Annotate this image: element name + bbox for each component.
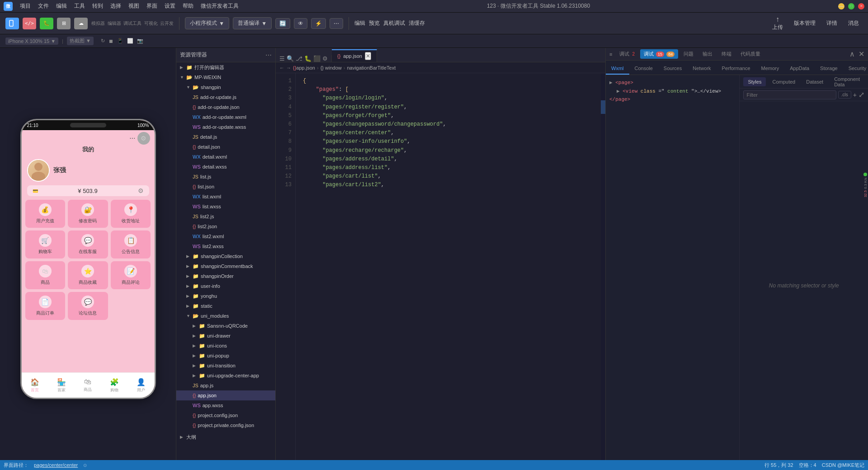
upload-button[interactable]: ↑ 上传 bbox=[769, 14, 787, 33]
tree-uni-modules[interactable]: ▼📂uni_modules bbox=[176, 311, 275, 321]
console-tab-debug[interactable]: 调试 15 84 bbox=[640, 49, 678, 59]
tree-shangpin-collection[interactable]: ▶📁shangpinCollection bbox=[176, 251, 275, 261]
menu-file[interactable]: 文件 bbox=[38, 2, 49, 10]
menu-help[interactable]: 帮助 bbox=[183, 2, 193, 10]
tree-add-update-wxss[interactable]: WSadd-or-update.wxss bbox=[176, 122, 275, 132]
debug-tab-btn[interactable]: 🐛 bbox=[304, 55, 311, 62]
tree-static[interactable]: ▶📁static bbox=[176, 301, 275, 311]
scrollbar-thumb[interactable] bbox=[601, 100, 605, 114]
console-tab-issues[interactable]: 问题 bbox=[680, 49, 697, 59]
mode-select[interactable]: 小程序模式 ▼ bbox=[185, 17, 229, 29]
code-icon-btn[interactable]: </> bbox=[23, 18, 36, 29]
devtab-console[interactable]: Console bbox=[629, 63, 658, 75]
menu-cell-8[interactable]: 📝 商品评论 bbox=[111, 261, 151, 289]
close-button[interactable]: ✕ bbox=[858, 3, 864, 9]
console-tab-output[interactable]: 输出 bbox=[699, 49, 716, 59]
nav-back-icon[interactable]: ← bbox=[279, 65, 284, 70]
maximize-button[interactable]: □ bbox=[848, 3, 854, 9]
menu-cell-0[interactable]: 💰 用户充值 bbox=[25, 200, 66, 228]
tree-detail-wxml[interactable]: WXdetail.wxml bbox=[176, 152, 275, 162]
tree-shangpin[interactable]: ▼ 📂 shangpin bbox=[176, 82, 275, 92]
menu-cell-6[interactable]: 🛍 商品 bbox=[25, 261, 66, 289]
tree-list2-js[interactable]: JSlist2.js bbox=[176, 212, 275, 221]
tree-sansnn[interactable]: ▶📁Sansnn-uQRCode bbox=[176, 321, 275, 331]
filetree-menu-btn[interactable]: ⋯ bbox=[265, 52, 272, 59]
nav-store[interactable]: 🏪 首家 bbox=[48, 373, 75, 398]
menu-project[interactable]: 项目 bbox=[20, 2, 31, 10]
tree-app-json[interactable]: ▶{}app.json bbox=[176, 390, 275, 400]
code-area[interactable]: { "pages": [ "pages/login/login", "pages… bbox=[296, 73, 601, 470]
settings-tab-btn[interactable]: ⚙ bbox=[322, 55, 328, 62]
console-tab-terminal[interactable]: 终端 bbox=[718, 49, 735, 59]
tree-shangpin-order[interactable]: ▶📁shangpinOrder bbox=[176, 271, 275, 281]
nav-cart[interactable]: 🧩 购物 bbox=[101, 373, 128, 398]
extensions-btn[interactable]: ⬛ bbox=[313, 55, 321, 62]
detail-button[interactable]: 详情 bbox=[823, 18, 841, 29]
tree-detail-js[interactable]: JSdetail.js bbox=[176, 132, 275, 142]
version-button[interactable]: 版本管理 bbox=[790, 18, 819, 29]
tree-user-info[interactable]: ▶📁user-info bbox=[176, 281, 275, 291]
devtab-appdata[interactable]: AppData bbox=[784, 63, 815, 75]
tree-outline[interactable]: ▶ 大纲 bbox=[176, 432, 275, 442]
tree-uni-icons[interactable]: ▶📁uni-icons bbox=[176, 341, 275, 351]
devtab-network[interactable]: Network bbox=[687, 63, 716, 75]
tree-detail-wxss[interactable]: WSdetail.wxss bbox=[176, 162, 275, 172]
tree-list-json[interactable]: {}list.json bbox=[176, 182, 275, 192]
more-button[interactable]: ⋯ bbox=[330, 18, 343, 29]
menu-cell-4[interactable]: 💬 在线客服 bbox=[68, 230, 108, 258]
nav-home[interactable]: 🏠 首页 bbox=[22, 373, 48, 398]
cls-filter-btn[interactable]: .cls bbox=[838, 91, 851, 99]
subtab-dataset[interactable]: Dataset bbox=[802, 77, 828, 86]
tree-list-wxss[interactable]: WSlist.wxss bbox=[176, 202, 275, 212]
devtab-storage[interactable]: Storage bbox=[815, 63, 843, 75]
tree-list2-wxss[interactable]: WSlist2.wxss bbox=[176, 241, 275, 251]
subtab-component-data[interactable]: Component Data bbox=[830, 75, 864, 89]
console-collapse-icon[interactable]: ≡ bbox=[609, 52, 612, 57]
menu-select[interactable]: 选择 bbox=[110, 2, 121, 10]
menu-cell-3[interactable]: 🛒 购物车 bbox=[25, 230, 66, 258]
tree-app-js[interactable]: ▶JSapp.js bbox=[176, 381, 275, 390]
menu-ui[interactable]: 界面 bbox=[146, 2, 157, 10]
menu-cell-10[interactable]: 💬 论坛信息 bbox=[68, 292, 108, 320]
capture-select[interactable]: 热截图 ▼ bbox=[67, 37, 94, 45]
menu-cell-1[interactable]: 🔐 修改密码 bbox=[68, 200, 108, 228]
tree-list2-json[interactable]: {}list2.json bbox=[176, 221, 275, 231]
tree-open-editors[interactable]: ▶ 📁 打开的编辑器 bbox=[176, 62, 275, 72]
subtab-styles[interactable]: Styles bbox=[743, 77, 766, 86]
menu-goto[interactable]: 转到 bbox=[92, 2, 103, 10]
refresh-button[interactable]: 🔄 bbox=[275, 18, 290, 29]
html-node-view[interactable]: ▶ <view class =" content ">…</view> bbox=[609, 87, 736, 96]
tree-add-update-js[interactable]: JSadd-or-update.js bbox=[176, 92, 275, 102]
tree-app-wxss[interactable]: ▶WSapp.wxss bbox=[176, 400, 275, 410]
devtab-wxml[interactable]: Wxml bbox=[606, 63, 629, 75]
menu-cell-7[interactable]: ⭐ 商品收藏 bbox=[68, 261, 108, 289]
tree-uni-upgrade[interactable]: ▶📁uni-upgrade-center-app bbox=[176, 371, 275, 381]
menu-cell-9[interactable]: 📄 商品订单 bbox=[25, 292, 66, 320]
html-node-page[interactable]: ▶ <page> bbox=[609, 79, 736, 87]
menu-cell-2[interactable]: 📍 收货地址 bbox=[111, 200, 151, 228]
simulator-icon-btn[interactable] bbox=[5, 18, 19, 29]
tree-project-private[interactable]: ▶{}project.private.config.json bbox=[176, 420, 275, 430]
devtab-memory[interactable]: Memory bbox=[756, 63, 785, 75]
nav-user[interactable]: 👤 用户 bbox=[128, 373, 155, 398]
debug-icon-btn[interactable]: 🐛 bbox=[40, 18, 53, 29]
scm-btn[interactable]: ⎇ bbox=[296, 55, 302, 62]
compile-run-button[interactable]: ⚡ bbox=[311, 18, 326, 29]
subtab-computed[interactable]: Computed bbox=[768, 77, 800, 86]
editor-scrollbar[interactable] bbox=[601, 73, 605, 470]
tree-shangpin-commentback[interactable]: ▶📁shangpinCommentback bbox=[176, 261, 275, 271]
tree-detail-json[interactable]: {}detail.json bbox=[176, 142, 275, 152]
tablet-icon[interactable]: ⬜ bbox=[127, 38, 133, 44]
tree-project-config[interactable]: ▶{}project.config.json bbox=[176, 410, 275, 420]
notify-button[interactable]: 消息 bbox=[844, 18, 863, 29]
menu-edit[interactable]: 编辑 bbox=[56, 2, 67, 10]
devtab-sources[interactable]: Sources bbox=[658, 63, 687, 75]
console-close-x-btn[interactable]: ✕ bbox=[859, 50, 864, 58]
minimize-button[interactable]: — bbox=[838, 3, 844, 9]
tree-mp-weixin[interactable]: ▼ 📂 MP-WEIXIN bbox=[176, 72, 275, 82]
preview-mode-button[interactable]: 👁 bbox=[294, 18, 307, 29]
menu-settings[interactable]: 设置 bbox=[165, 2, 175, 10]
console-tab-quality[interactable]: 代码质量 bbox=[737, 49, 764, 59]
tree-yonghu[interactable]: ▶📁yonghu bbox=[176, 291, 275, 301]
tree-uni-popup[interactable]: ▶📁uni-popup bbox=[176, 351, 275, 361]
